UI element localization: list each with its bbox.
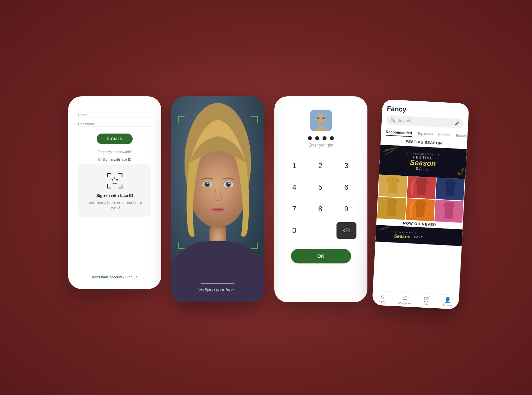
account-icon: 👤 (444, 297, 451, 303)
screen-face-verify: Verifying your face... (171, 96, 264, 302)
svg-point-17 (322, 117, 325, 119)
face-verify-bottom: Verifying your face... (171, 283, 264, 292)
home-icon: ⌂ (381, 293, 384, 299)
tab-top-deals[interactable]: Top deals (417, 131, 433, 138)
categories-icon: ☰ (402, 294, 407, 301)
tab-beauty[interactable]: Beauty (456, 133, 467, 140)
fancy-header: Fancy 🔍 Search... 🎤 (381, 99, 469, 131)
email-field-group: Email: (78, 113, 151, 118)
product-item-4[interactable] (377, 197, 406, 220)
festive-banner[interactable]: ⚜ DREAMMASTER ⚜ FESTIVE Season SALE (379, 145, 467, 179)
pin-dot-4 (330, 136, 334, 140)
forgot-password-link[interactable]: Forgot your password? (78, 150, 151, 154)
screen-pin: Enter your pin 1 2 3 4 5 6 7 8 9 0 ⌫ OK (274, 96, 367, 302)
pin-key-7[interactable]: 7 (284, 201, 304, 217)
password-label: Password: (78, 122, 151, 126)
screen-login: Email: Password: SIGN IN Forgot your pas… (68, 96, 161, 289)
corner-bottom-right (251, 243, 258, 249)
password-field-underline (78, 127, 151, 127)
pin-avatar (310, 110, 332, 131)
product-item-1[interactable] (378, 174, 407, 197)
pin-dot-3 (323, 136, 327, 140)
pin-key-5[interactable]: 5 (310, 179, 330, 196)
pin-enter-label: Enter your pin (309, 143, 333, 148)
face-progress-bar (201, 283, 234, 284)
face-verify-text: Verifying your face... (198, 287, 237, 292)
nav-account-label: Account (443, 303, 452, 307)
email-label: Email: (78, 113, 151, 117)
tab-kitchen[interactable]: Kitchen (438, 132, 451, 139)
face-id-title: Sign-in with face ID (96, 193, 133, 198)
search-input[interactable]: Search... (397, 118, 453, 126)
pin-key-8[interactable]: 8 (310, 201, 330, 217)
svg-text:SALE: SALE (414, 235, 424, 239)
corner-top-right (251, 116, 258, 123)
product-item-2[interactable] (407, 176, 436, 199)
nav-categories-label: Categories (398, 301, 411, 305)
pin-key-0[interactable]: 0 (284, 222, 304, 239)
svg-point-0 (112, 179, 113, 180)
search-icon: 🔍 (390, 117, 396, 122)
nav-cart-label: Cart (424, 303, 430, 306)
face-id-box[interactable]: Sign-in with face ID Look directly into … (78, 164, 151, 217)
corner-top-left (178, 116, 185, 123)
nav-categories[interactable]: ☰ Categories (398, 294, 411, 305)
signup-link[interactable]: Sign up (125, 275, 138, 279)
cart-icon: 🛒 (424, 295, 431, 302)
face-id-description: Look directly into front camera to use f… (85, 201, 145, 210)
face-scan-overlay (178, 116, 258, 249)
login-form: Email: Password: SIGN IN Forgot your pas… (78, 113, 151, 154)
product-grid (377, 174, 466, 223)
nav-home[interactable]: ⌂ Home (378, 293, 386, 303)
nav-account[interactable]: 👤 Account (443, 296, 453, 307)
nav-cart[interactable]: 🛒 Cart (423, 295, 431, 306)
pin-key-6[interactable]: 6 (336, 179, 356, 196)
pin-dot-2 (315, 136, 319, 140)
pin-key-2[interactable]: 2 (310, 157, 330, 174)
pin-ok-button[interactable]: OK (291, 249, 351, 263)
nav-home-label: Home (378, 300, 386, 303)
pin-key-delete[interactable]: ⌫ (336, 222, 356, 239)
signup-prompt: Don't have account? Sign up (92, 269, 137, 279)
face-id-icon (105, 171, 125, 191)
pin-key-1[interactable]: 1 (284, 157, 304, 174)
pin-key-9[interactable]: 9 (336, 201, 356, 217)
app-container: Email: Password: SIGN IN Forgot your pas… (0, 0, 532, 395)
banner-season: Season (406, 158, 440, 167)
mic-icon[interactable]: 🎤 (455, 121, 460, 126)
pin-key-4[interactable]: 4 (284, 179, 304, 196)
fancy-app-title: Fancy (387, 105, 464, 116)
fancy-search-bar[interactable]: 🔍 Search... 🎤 (386, 115, 464, 128)
product-item-5[interactable] (406, 198, 435, 221)
or-face-text: Or Sign-in with face ID (98, 158, 131, 161)
pin-key-3[interactable]: 3 (336, 157, 356, 174)
pin-keypad: 1 2 3 4 5 6 7 8 9 0 ⌫ (284, 157, 357, 239)
pin-dot-1 (308, 136, 312, 140)
email-field-underline (78, 118, 151, 118)
product-item-3[interactable] (436, 177, 465, 200)
pin-dots-indicator (308, 136, 334, 140)
fancy-content-area: FESTIVE SEASON ⚜ DREAMMASTER ⚜ FESTIVE (373, 135, 467, 295)
product-item-6[interactable] (434, 200, 463, 223)
signin-button[interactable]: SIGN IN (97, 134, 133, 144)
corner-bottom-left (178, 243, 185, 249)
svg-point-16 (317, 117, 320, 119)
pin-avatar-image (310, 110, 332, 131)
password-field-group: Password: (78, 122, 151, 127)
svg-text:Season: Season (394, 233, 411, 239)
screen-fancy-shop: Fancy 🔍 Search... 🎤 Recommended Top deal… (372, 99, 469, 309)
svg-point-1 (116, 179, 118, 180)
